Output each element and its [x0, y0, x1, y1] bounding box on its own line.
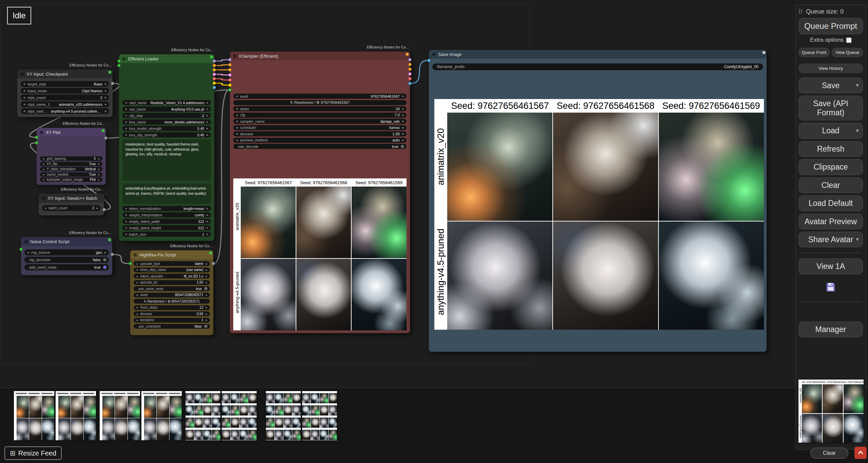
prompt-textarea[interactable]: embedding:EasyNegative.pt, embedding:bad…	[122, 184, 211, 204]
input-dot[interactable]	[117, 59, 121, 63]
combo-right-arrow[interactable]: ▶	[98, 168, 100, 171]
chevron-down-icon[interactable]: ▼	[855, 83, 860, 88]
node-title-bar[interactable]: Noise Control Script	[21, 237, 112, 246]
combo-left-arrow[interactable]: ◀	[236, 132, 238, 135]
combo-left-arrow[interactable]: ◀	[136, 262, 138, 265]
input-dot[interactable]	[35, 136, 38, 139]
share-avatar-button[interactable]: Share Avatar▼	[798, 232, 863, 247]
output-dot[interactable]	[213, 81, 216, 85]
input-dot[interactable]	[117, 64, 121, 67]
widget-grid_spacing[interactable]: ◀grid_spacing5▶	[40, 156, 102, 161]
feed-thumbnail-1[interactable]	[14, 391, 54, 440]
menu-drag-handle[interactable]	[798, 9, 803, 14]
load-default-button[interactable]: Load Default	[798, 195, 863, 211]
collapse-dot[interactable]	[134, 253, 137, 256]
toggle-dot[interactable]	[401, 145, 404, 148]
combo-left-arrow[interactable]: ◀	[125, 207, 127, 210]
combo-right-arrow[interactable]: ▶	[206, 226, 209, 229]
widget-empty_latent_height[interactable]: ◀empty_latent_height512▶	[122, 225, 211, 230]
widget-XY_flip[interactable]: ◀XY_flipTrue▶	[40, 162, 102, 166]
output-dot[interactable]	[408, 67, 412, 71]
combo-left-arrow[interactable]: ◀	[42, 173, 44, 176]
widget-batch_size[interactable]: ◀batch_size1▶	[122, 232, 211, 237]
combo-right-arrow[interactable]: ▶	[206, 114, 209, 117]
node-title-bar[interactable]: HighRes-Fix Script	[130, 250, 213, 259]
output-dot[interactable]	[213, 77, 216, 80]
collapse-feed-caret-button[interactable]	[854, 447, 867, 459]
widget-rng_source[interactable]: ◀rng_sourcegpu▶	[24, 249, 109, 255]
widget-steps[interactable]: ◀steps24▶	[233, 106, 407, 111]
output-dot[interactable]	[213, 68, 216, 72]
output-dot[interactable]	[408, 58, 412, 61]
widget-seed[interactable]: ◀seed805473288282571▶	[134, 293, 210, 297]
combo-left-arrow[interactable]: ◀	[125, 120, 127, 123]
refresh-button[interactable]: Refresh	[798, 141, 863, 157]
widget-lora_name[interactable]: ◀lora_namemore_details.safetensors▶	[122, 119, 211, 124]
combo-right-arrow[interactable]: ▶	[105, 96, 107, 99]
widget-sampler_name[interactable]: ◀sampler_namedpmpp_sde▶	[233, 119, 407, 124]
save-api-format-button[interactable]: Save (API Format)	[798, 96, 863, 120]
node-save-image[interactable]: Save Imagefilename_prefixComfyUI/xyplot_…	[429, 50, 767, 352]
feed-clear-button[interactable]: Clear	[810, 448, 848, 459]
combo-right-arrow[interactable]: ▶	[402, 132, 404, 135]
manager-button[interactable]: Manager	[798, 322, 863, 337]
widget-hires_steps[interactable]: ◀hires_steps12▶	[134, 305, 210, 310]
node-xy-input-seeds-batch[interactable]: Efficiency Nodes for Co...XY Input: Seed…	[39, 194, 104, 215]
combo-left-arrow[interactable]: ◀	[125, 233, 127, 236]
save-button[interactable]: Save▼	[798, 78, 863, 93]
combo-right-arrow[interactable]: ▶	[206, 233, 209, 236]
combo-right-arrow[interactable]: ▶	[104, 251, 106, 254]
combo-right-arrow[interactable]: ▶	[205, 275, 208, 278]
queue-front-button[interactable]: Queue Front	[798, 48, 830, 57]
output-dot[interactable]	[408, 77, 412, 80]
chevron-down-icon[interactable]: ▼	[855, 237, 860, 242]
collapse-dot[interactable]	[233, 55, 236, 58]
save-workflow-image-button[interactable]	[823, 280, 838, 294]
combo-right-arrow[interactable]: ▶	[205, 268, 208, 271]
widget-cfg_denoiser[interactable]: cfg_denoiserfalse	[24, 257, 109, 263]
combo-left-arrow[interactable]: ◀	[42, 162, 44, 166]
widget-hires_ckpt_name[interactable]: ◀hires_ckpt_name(use same)▶	[134, 268, 210, 272]
workflow-preview-thumbnail[interactable]: animatrix_v20anything-v4.5-prunedSeed: 9…	[798, 380, 864, 443]
combo-right-arrow[interactable]: ▶	[206, 207, 209, 210]
input-dot[interactable]	[228, 58, 232, 61]
combo-right-arrow[interactable]: ▶	[96, 207, 98, 210]
output-dot[interactable]	[111, 253, 114, 256]
toggle-dot[interactable]	[103, 258, 106, 262]
widget-batch_count[interactable]: ◀batch_count3▶	[42, 205, 101, 211]
combo-right-arrow[interactable]: ▶	[206, 127, 209, 130]
widget-ckpt_name_1[interactable]: ◀ckpt_name_1animatrix_v20.safetensors▶	[21, 101, 109, 107]
combo-right-arrow[interactable]: ▶	[402, 126, 404, 129]
feed-thumbnail-8[interactable]	[302, 391, 337, 440]
combo-right-arrow[interactable]: ▶	[402, 95, 404, 98]
node-title-bar[interactable]: KSampler (Efficient)	[230, 52, 410, 60]
widget-use_controlnet[interactable]: use_controlnetfalse	[134, 324, 210, 329]
widget-ckpt_count[interactable]: ◀ckpt_count2▶	[21, 95, 109, 100]
output-dot[interactable]	[408, 63, 412, 66]
feed-thumbnail-3[interactable]	[100, 391, 140, 440]
clear-button[interactable]: Clear	[798, 177, 863, 193]
combo-left-arrow[interactable]: ◀	[125, 133, 127, 136]
combo-left-arrow[interactable]: ◀	[125, 114, 127, 117]
combo-right-arrow[interactable]: ▶	[105, 82, 107, 85]
combo-right-arrow[interactable]: ▶	[98, 178, 100, 181]
input-dot[interactable]	[19, 248, 23, 251]
widget-lora_model_strength[interactable]: ◀lora_model_strength0.40▶	[122, 126, 211, 131]
node-highres-fix-script[interactable]: Efficiency Nodes for Co...HighRes-Fix Sc…	[130, 250, 213, 335]
widget-upscale_type[interactable]: ◀upscale_typelatent▶	[134, 261, 210, 266]
collapse-dot[interactable]	[24, 240, 27, 243]
node-ksampler-efficient[interactable]: Efficiency Nodes for Co...KSampler (Effi…	[230, 52, 410, 333]
combo-right-arrow[interactable]: ▶	[206, 101, 209, 104]
combo-left-arrow[interactable]: ◀	[125, 213, 127, 216]
combo-right-arrow[interactable]: ▶	[206, 220, 209, 223]
output-dot[interactable]	[213, 86, 216, 89]
node-xy-input-checkpoint[interactable]: Efficiency Nodes for Co...XY Input: Chec…	[17, 70, 113, 117]
combo-right-arrow[interactable]: ▶	[206, 133, 209, 136]
widget-cfg[interactable]: ◀cfg7.0▶	[233, 113, 407, 118]
node-title-bar[interactable]: XY Plot	[37, 128, 106, 137]
combo-left-arrow[interactable]: ◀	[236, 114, 238, 117]
combo-left-arrow[interactable]: ◀	[236, 107, 238, 110]
input-dot[interactable]	[427, 59, 431, 62]
combo-right-arrow[interactable]: ▶	[98, 173, 100, 176]
combo-right-arrow[interactable]: ▶	[205, 281, 208, 284]
